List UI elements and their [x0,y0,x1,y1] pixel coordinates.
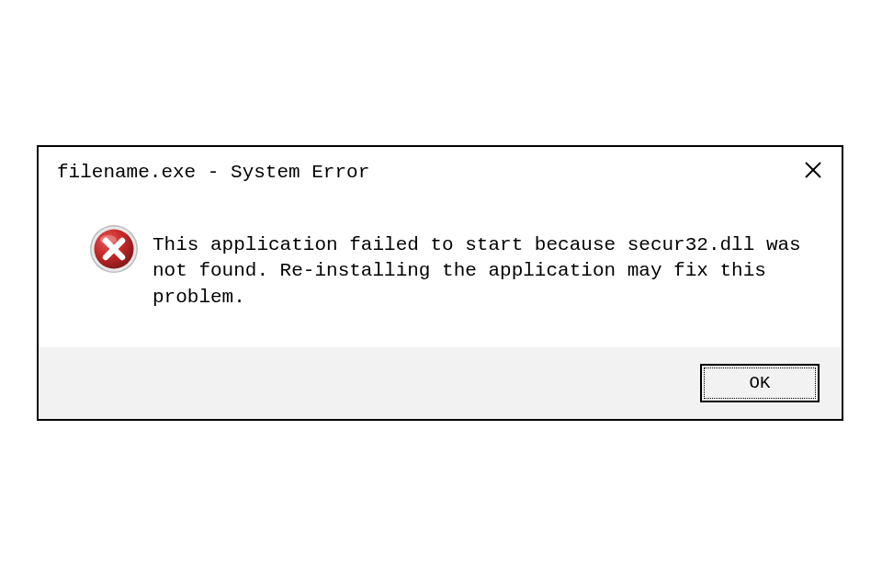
dialog-titlebar: filename.exe - System Error [39,147,842,190]
error-message: This application failed to start because… [153,229,823,311]
dialog-title: filename.exe - System Error [57,162,369,183]
ok-button[interactable]: OK [700,364,820,402]
system-error-dialog: filename.exe - System Error [37,145,843,421]
ok-button-label: OK [750,373,771,393]
close-icon[interactable] [799,156,827,188]
dialog-body: This application failed to start because… [39,190,842,347]
error-icon [88,223,140,279]
dialog-button-bar: OK [39,347,842,419]
